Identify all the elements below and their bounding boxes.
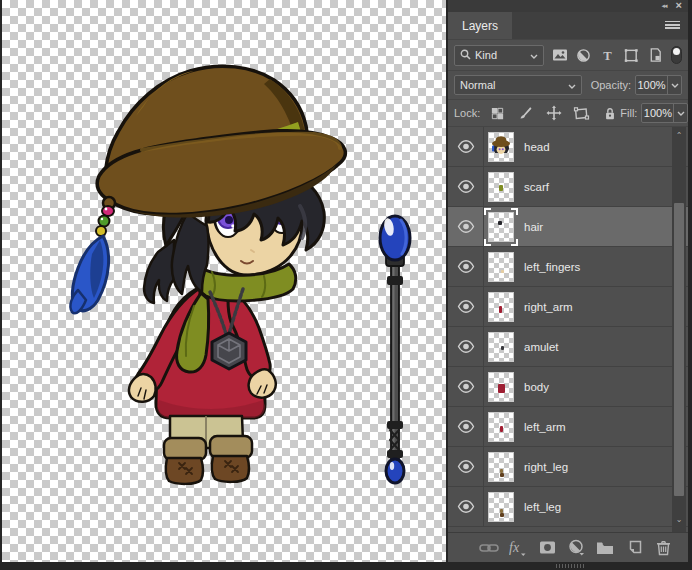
layer-row-left_fingers[interactable]: left_fingers [448, 247, 688, 287]
layer-name[interactable]: scarf [524, 181, 549, 193]
layer-row-scarf[interactable]: scarf [448, 167, 688, 207]
layers-panel-toolbar: fx [448, 532, 688, 562]
visibility-eye-icon[interactable] [448, 127, 484, 166]
layer-name[interactable]: right_leg [524, 461, 568, 473]
resize-grip[interactable] [556, 564, 584, 568]
layer-thumbnail[interactable] [488, 492, 514, 522]
visibility-eye-icon[interactable] [448, 167, 484, 206]
layer-filter-row: Kind T [448, 40, 688, 71]
blend-row: Normal Opacity: 100% [448, 71, 688, 100]
blend-mode-dropdown[interactable]: Normal [454, 75, 582, 95]
layer-name[interactable]: left_fingers [524, 261, 580, 273]
artwork-character [2, 0, 446, 562]
layer-thumbnail[interactable] [488, 452, 514, 482]
panel-top-bar: ◂◂ × [448, 0, 688, 12]
layer-thumbnail[interactable] [488, 412, 514, 442]
scroll-down-icon[interactable]: ⌄ [672, 516, 686, 524]
layer-row-right_arm[interactable]: right_arm [448, 287, 688, 327]
lock-row: Lock: Fill: 100% [448, 100, 688, 127]
artwork-staff [380, 216, 410, 483]
visibility-eye-icon[interactable] [448, 407, 484, 446]
layer-name[interactable]: body [524, 381, 549, 393]
filter-icon-group: T [546, 45, 669, 65]
layer-name[interactable]: left_leg [524, 501, 561, 513]
visibility-eye-icon[interactable] [448, 367, 484, 406]
shape-layer-filter-icon[interactable] [621, 45, 642, 65]
layer-name[interactable]: left_arm [524, 421, 566, 433]
add-layer-mask-icon[interactable] [537, 538, 557, 558]
new-layer-icon[interactable] [624, 538, 644, 558]
smart-object-filter-icon[interactable] [645, 45, 666, 65]
blend-mode-value: Normal [460, 79, 564, 91]
chevron-down-icon [568, 79, 576, 91]
fill-label: Fill: [620, 107, 637, 119]
opacity-field[interactable]: 100% [635, 75, 682, 95]
layer-name[interactable]: amulet [524, 341, 559, 353]
opacity-label: Opacity: [591, 79, 631, 91]
layer-thumbnail[interactable] [488, 172, 514, 202]
layer-list-scrollbar[interactable]: ⌃ ⌄ [672, 127, 686, 532]
layer-row-hair[interactable]: hair [448, 207, 688, 247]
lock-icon-group [487, 103, 620, 123]
visibility-eye-icon[interactable] [448, 487, 484, 526]
document-canvas[interactable] [2, 0, 446, 562]
visibility-eye-icon[interactable] [448, 207, 484, 246]
layer-thumbnail[interactable] [488, 132, 514, 162]
adjustment-layer-filter-icon[interactable] [573, 45, 594, 65]
layer-thumbnail[interactable] [488, 252, 514, 282]
svg-text:fx: fx [509, 540, 520, 555]
visibility-eye-icon[interactable] [448, 247, 484, 286]
lock-transparency-icon[interactable] [487, 103, 508, 123]
photoshop-window: ◂◂ × Layers Kind T Normal [0, 0, 692, 570]
scroll-up-icon[interactable]: ⌃ [672, 132, 686, 140]
fill-value[interactable]: 100% [642, 107, 673, 119]
layer-thumbnail[interactable] [488, 332, 514, 362]
close-panel-icon[interactable]: × [676, 0, 682, 11]
opacity-value[interactable]: 100% [636, 79, 667, 91]
search-icon [460, 49, 471, 62]
lock-artboard-icon[interactable] [571, 103, 592, 123]
chevron-down-icon [530, 49, 538, 61]
layer-name[interactable]: head [524, 141, 550, 153]
kind-filter-label: Kind [475, 49, 526, 61]
layer-filtering-toggle[interactable] [671, 46, 682, 64]
delete-layer-icon[interactable] [653, 538, 673, 558]
layer-row-amulet[interactable]: amulet [448, 327, 688, 367]
layer-row-left_leg[interactable]: left_leg [448, 487, 688, 527]
layer-row-head[interactable]: head [448, 127, 688, 167]
visibility-eye-icon[interactable] [448, 447, 484, 486]
lock-pixels-icon[interactable] [515, 103, 536, 123]
chevron-down-icon[interactable] [667, 76, 681, 94]
layer-name[interactable]: right_arm [524, 301, 573, 313]
layer-list: head scarf hair left_fingers right_a [448, 127, 688, 532]
link-layers-icon[interactable] [479, 538, 499, 558]
layer-row-left_arm[interactable]: left_arm [448, 407, 688, 447]
panel-menu-icon[interactable] [665, 21, 680, 31]
new-group-icon[interactable] [595, 538, 615, 558]
fill-field[interactable]: 100% [641, 103, 688, 123]
new-adjustment-layer-icon[interactable] [566, 538, 586, 558]
layer-styles-fx-icon[interactable]: fx [508, 538, 528, 558]
layer-name[interactable]: hair [524, 221, 543, 233]
visibility-eye-icon[interactable] [448, 287, 484, 326]
type-layer-filter-icon[interactable]: T [597, 45, 618, 65]
layer-thumbnail[interactable] [488, 372, 514, 402]
panel-tab-bar: Layers [448, 12, 688, 40]
visibility-eye-icon[interactable] [448, 327, 484, 366]
lock-position-icon[interactable] [543, 103, 564, 123]
layer-row-right_leg[interactable]: right_leg [448, 447, 688, 487]
layer-thumbnail[interactable] [488, 292, 514, 322]
lock-label: Lock: [454, 107, 480, 119]
pixel-layer-filter-icon[interactable] [549, 45, 570, 65]
collapse-panel-icon[interactable]: ◂◂ [662, 3, 667, 10]
tab-layers[interactable]: Layers [448, 12, 512, 39]
chevron-down-icon[interactable] [673, 104, 687, 122]
layer-thumbnail[interactable] [488, 212, 514, 242]
layers-panel: ◂◂ × Layers Kind T Normal [448, 0, 688, 562]
window-bottom-edge [0, 562, 692, 570]
layer-row-body[interactable]: body [448, 367, 688, 407]
scrollbar-thumb[interactable] [674, 203, 684, 496]
kind-filter-dropdown[interactable]: Kind [454, 45, 544, 66]
svg-text:T: T [603, 49, 612, 63]
lock-all-icon[interactable] [599, 103, 620, 123]
